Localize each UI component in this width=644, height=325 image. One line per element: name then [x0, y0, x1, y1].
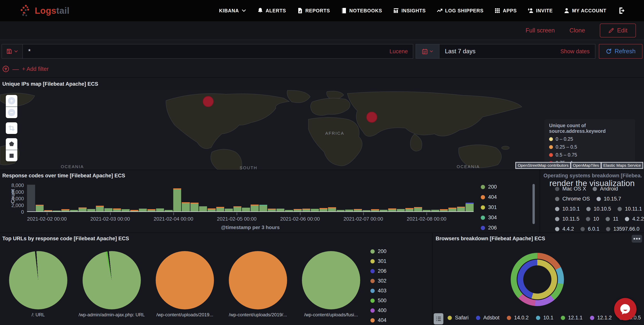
logstail-logo[interactable]: Logstail	[19, 4, 70, 17]
legend-item-500[interactable]: 500	[370, 298, 386, 304]
legend-item-10.15.7[interactable]: 10.15.7	[596, 196, 621, 202]
top-urls-panel: Top URLs by response code [Filebeat Apac…	[0, 233, 432, 325]
legend-item-10.1[interactable]: 10.1	[536, 315, 554, 321]
map-crop-tool-button[interactable]	[6, 122, 17, 134]
legend-item-6.0.1[interactable]: 6.0.1	[580, 226, 600, 232]
filter-icon[interactable]	[2, 66, 9, 72]
nav-item-label: NOTEBOOKS	[350, 8, 382, 14]
chart-bar	[466, 203, 474, 211]
attribution-link[interactable]: OpenMapTiles	[571, 163, 600, 168]
nav-item-insights[interactable]: INSIGHTS	[393, 8, 426, 14]
legend-item-10.10.1[interactable]: 10.10.1	[555, 206, 580, 212]
legend-label: Adsbot	[483, 315, 500, 321]
legend-item-12.1.2[interactable]: 12.1.2	[590, 315, 612, 321]
map-polygon-tool-button[interactable]	[6, 138, 17, 150]
chat-support-button[interactable]	[614, 298, 636, 320]
x-axis-tick-mark	[47, 212, 47, 215]
nav-item-alerts[interactable]: ALERTS	[257, 8, 286, 14]
world-map[interactable]: OCEANIASOUTHAFRICAOCEANIA + − Unique cou…	[0, 90, 644, 170]
chart-bar	[96, 206, 104, 211]
legend-label: 14.0.2	[514, 315, 529, 321]
nav-item-reports[interactable]: REPORTS	[297, 8, 330, 14]
map-rectangle-tool-button[interactable]	[6, 150, 17, 161]
add-filter-button[interactable]: + Add filter	[22, 66, 48, 72]
pie-chart	[229, 251, 287, 309]
legend-item-304[interactable]: 304	[481, 214, 497, 220]
legend-item-404[interactable]: 404	[481, 194, 497, 200]
legend-item-12.1.1[interactable]: 12.1.1	[561, 315, 583, 321]
legend-dot	[596, 197, 601, 201]
legend-item-11[interactable]: 11	[606, 216, 618, 222]
logout-icon[interactable]	[618, 7, 626, 14]
refresh-button[interactable]: Refresh	[599, 44, 642, 59]
legend-item-206[interactable]: 206	[481, 225, 497, 231]
invite-icon	[528, 8, 534, 14]
attribution-link[interactable]: Elastic Maps Service	[602, 163, 642, 168]
bar-cap	[113, 208, 121, 210]
legend-item-10.11.5[interactable]: 10.11.5	[555, 216, 579, 222]
legend-item-301[interactable]: 301	[370, 258, 386, 264]
legend-dot	[507, 316, 511, 320]
chart-bar	[208, 208, 216, 211]
legend-item-14.0.2[interactable]: 14.0.2	[507, 315, 529, 321]
bar-cap	[440, 209, 448, 210]
x-axis-tick-mark	[300, 212, 300, 215]
nav-item-log-shippers[interactable]: LOG SHIPPERS	[436, 8, 484, 14]
map-legend-item[interactable]: 0 – 0.25	[549, 136, 630, 142]
legend-item-10.11.1[interactable]: 10.11.1	[618, 206, 642, 212]
nav-item-apps[interactable]: APPS	[494, 8, 517, 14]
bar-cap	[414, 207, 422, 208]
query-input[interactable]: * Lucene	[22, 44, 413, 59]
attribution-link[interactable]: OpenStreetMap contributors	[516, 163, 570, 168]
nav-item-kibana[interactable]: KIBANA	[219, 8, 246, 14]
chart-bar	[345, 210, 353, 211]
x-axis-tick: 2021-02-05 00:00	[217, 216, 256, 222]
edit-button[interactable]: Edit	[600, 24, 636, 38]
map-marker[interactable]	[203, 96, 214, 107]
nav-item-my-account[interactable]: MY ACCOUNT	[564, 8, 606, 14]
os-panel-title: Operating systems breakdown [Filebea...	[544, 173, 642, 179]
legend-item-403[interactable]: 403	[370, 288, 386, 294]
legend-dot	[580, 227, 585, 231]
chart-bar	[354, 209, 362, 211]
legend-dot	[370, 279, 375, 283]
legend-scrollbar[interactable]	[532, 184, 535, 224]
legend-item-200[interactable]: 200	[481, 184, 497, 190]
legend-dot	[370, 269, 375, 273]
chart-bar	[371, 209, 379, 211]
legend-item-10[interactable]: 10	[586, 216, 599, 222]
legend-item-13597.66.0[interactable]: 13597.66.0	[606, 226, 639, 232]
legend-item-chrome-os[interactable]: Chrome OS	[555, 196, 590, 202]
map-marker[interactable]	[366, 112, 377, 122]
map-zoom-out-button[interactable]: −	[6, 106, 17, 118]
query-language-button[interactable]: Lucene	[390, 48, 413, 54]
legend-item-400[interactable]: 400	[370, 308, 386, 314]
legend-item-206[interactable]: 206	[370, 268, 386, 274]
legend-toggle-button[interactable]	[434, 313, 443, 324]
map-legend-item[interactable]: 0.5 – 0.75	[549, 152, 630, 158]
date-quick-select-button[interactable]	[416, 44, 440, 58]
full-screen-link[interactable]: Full screen	[526, 27, 555, 34]
clone-link[interactable]: Clone	[570, 27, 585, 34]
panel-options-button[interactable]	[632, 235, 642, 242]
legend-item-301[interactable]: 301	[481, 204, 497, 210]
nav-item-invite[interactable]: INVITE	[528, 8, 553, 14]
bar-cap	[302, 209, 310, 210]
map-zoom-in-button[interactable]: +	[6, 95, 17, 106]
nav-item-notebooks[interactable]: NOTEBOOKS	[341, 8, 382, 14]
time-range-value[interactable]: Last 7 days	[440, 48, 560, 55]
legend-item-adsbot[interactable]: Adsbot	[476, 315, 500, 321]
legend-item-4.2.2[interactable]: 4.2.2	[625, 216, 644, 222]
show-dates-button[interactable]: Show dates	[560, 48, 595, 54]
legend-item-200[interactable]: 200	[370, 248, 386, 254]
legend-item-4.4.2[interactable]: 4.4.2	[555, 226, 574, 232]
x-axis-tick-mark	[174, 212, 174, 215]
legend-item-302[interactable]: 302	[370, 278, 386, 284]
legend-item-404[interactable]: 404	[370, 317, 386, 323]
map-legend-item[interactable]: 0.25 – 0.5	[549, 144, 630, 150]
chart-bar	[423, 210, 431, 211]
legend-item-safari[interactable]: Safari	[448, 315, 469, 321]
pie-chart	[9, 251, 67, 309]
saved-query-menu-button[interactable]	[2, 44, 22, 59]
legend-item-10.10.5[interactable]: 10.10.5	[586, 206, 611, 212]
